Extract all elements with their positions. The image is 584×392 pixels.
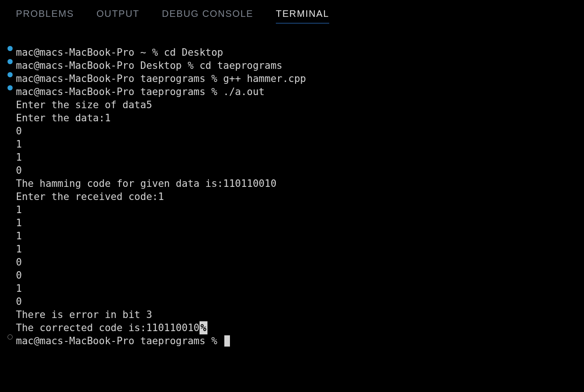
- terminal-line: 0: [4, 295, 580, 308]
- terminal-text: 1: [16, 151, 22, 164]
- terminal-line: mac@macs-MacBook-Pro taeprograms % ./a.o…: [4, 85, 580, 98]
- terminal-text: 0: [16, 256, 22, 269]
- terminal-line: 0: [4, 269, 580, 282]
- terminal-text: The corrected code is:110110010%: [16, 321, 207, 334]
- prompt-bullet-icon: [4, 72, 16, 77]
- terminal-text: 1: [16, 282, 22, 295]
- terminal-text: There is error in bit 3: [16, 308, 152, 321]
- terminal-text: 1: [16, 243, 22, 256]
- terminal-text: 0: [16, 164, 22, 177]
- terminal-text: 1: [16, 138, 22, 151]
- cursor-icon: [224, 335, 230, 347]
- terminal-text: Enter the data:1: [16, 111, 111, 125]
- prompt-bullet-icon: [4, 46, 16, 51]
- tab-debug-console[interactable]: DEBUG CONSOLE: [162, 8, 253, 23]
- terminal-line: 0: [4, 125, 580, 138]
- terminal-line: mac@macs-MacBook-Pro ~ % cd Desktop: [4, 46, 580, 59]
- terminal-text: 0: [16, 295, 22, 308]
- terminal-line: Enter the data:1: [4, 111, 580, 125]
- panel-tabs: PROBLEMS OUTPUT DEBUG CONSOLE TERMINAL: [0, 0, 584, 27]
- terminal-line: 1: [4, 243, 580, 256]
- tab-problems[interactable]: PROBLEMS: [16, 8, 74, 23]
- tab-output[interactable]: OUTPUT: [96, 8, 140, 23]
- terminal-line: 1: [4, 203, 580, 216]
- terminal-prompt[interactable]: mac@macs-MacBook-Pro taeprograms %: [16, 334, 230, 348]
- terminal-line: mac@macs-MacBook-Pro Desktop % cd taepro…: [4, 59, 580, 72]
- terminal-text: 1: [16, 203, 22, 216]
- terminal-text: 0: [16, 125, 22, 138]
- prompt-ring-icon: [4, 334, 16, 340]
- terminal-line: 1: [4, 229, 580, 243]
- terminal-text: Enter the received code:1: [16, 190, 164, 203]
- terminal-line: Enter the received code:1: [4, 190, 580, 203]
- terminal-line: The hamming code for given data is:11011…: [4, 177, 580, 190]
- terminal-text: Enter the size of data5: [16, 98, 152, 111]
- terminal-line: 0: [4, 164, 580, 177]
- prompt-bullet-icon: [4, 85, 16, 90]
- terminal-text: 1: [16, 216, 22, 229]
- tab-terminal[interactable]: TERMINAL: [276, 8, 329, 23]
- terminal-text: mac@macs-MacBook-Pro ~ % cd Desktop: [16, 46, 223, 59]
- eol-percent-icon: %: [200, 321, 207, 334]
- terminal-text: mac@macs-MacBook-Pro taeprograms % g++ h…: [16, 72, 306, 85]
- terminal-text: 0: [16, 269, 22, 282]
- terminal-line: There is error in bit 3: [4, 308, 580, 321]
- prompt-bullet-icon: [4, 59, 16, 64]
- terminal-line: mac@macs-MacBook-Pro taeprograms % g++ h…: [4, 72, 580, 85]
- terminal-line: 1: [4, 138, 580, 151]
- terminal-line: Enter the size of data5: [4, 98, 580, 111]
- terminal-line: The corrected code is:110110010%: [4, 321, 580, 334]
- terminal-line: 1: [4, 216, 580, 229]
- terminal-line: 1: [4, 282, 580, 295]
- terminal-prompt-line: mac@macs-MacBook-Pro taeprograms %: [4, 334, 580, 348]
- terminal-text: The hamming code for given data is:11011…: [16, 177, 276, 190]
- terminal-text: 1: [16, 229, 22, 243]
- terminal-panel[interactable]: mac@macs-MacBook-Pro ~ % cd Desktop mac@…: [0, 27, 584, 348]
- terminal-text: mac@macs-MacBook-Pro taeprograms % ./a.o…: [16, 85, 265, 98]
- terminal-line: 1: [4, 151, 580, 164]
- terminal-line: 0: [4, 256, 580, 269]
- terminal-text: mac@macs-MacBook-Pro Desktop % cd taepro…: [16, 59, 282, 72]
